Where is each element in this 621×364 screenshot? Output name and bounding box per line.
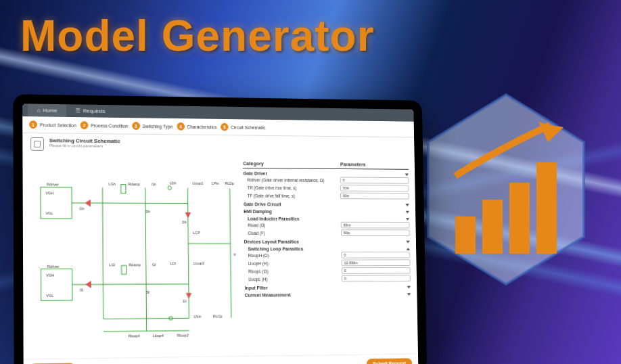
svg-text:LNin: LNin	[194, 315, 202, 319]
group-devices-layout[interactable]: Devices Layout Parasitics	[244, 240, 410, 244]
step-circuit-schematic[interactable]: 5Circuit Schematic	[221, 123, 265, 131]
params-header: CategoryParameters	[243, 160, 409, 169]
param-row: RloopL (Ω)0	[244, 267, 411, 275]
svg-text:Dh: Dh	[182, 221, 187, 225]
param-row: Rload (Ω)83m	[244, 221, 409, 229]
svg-marker-27	[86, 281, 91, 288]
chevron-down-icon	[406, 218, 410, 221]
group-input-filter[interactable]: Input Filter	[244, 285, 411, 290]
svg-rect-4	[536, 162, 557, 254]
svg-text:Rdamp: Rdamp	[129, 263, 141, 267]
svg-text:RLDp: RLDp	[225, 181, 234, 185]
chip-icon	[30, 137, 44, 151]
svg-text:Gh: Gh	[79, 206, 84, 210]
svg-rect-1	[455, 217, 476, 254]
svg-text:Sl: Sl	[146, 290, 150, 294]
group-current-measurement[interactable]: Current Measurement	[245, 292, 411, 297]
svg-text:LDl: LDl	[170, 261, 176, 265]
chevron-down-icon	[405, 173, 409, 176]
svg-rect-13	[121, 185, 126, 194]
group-emi-damping[interactable]: EMI Damping	[244, 209, 409, 214]
svg-point-21	[168, 186, 171, 190]
param-input[interactable]: 50n	[340, 185, 409, 191]
growth-chart-icon	[418, 88, 594, 291]
svg-rect-2	[482, 200, 503, 254]
monitor-frame: ⌂Home ☰Requests 1Product Selection 2Proc…	[13, 94, 427, 364]
svg-rect-3	[509, 183, 530, 254]
svg-line-9	[102, 187, 103, 319]
param-input[interactable]: 0	[340, 177, 409, 184]
step-process-condition[interactable]: 2Process Condition	[80, 121, 129, 130]
param-row: TF (Gate drive fall time, s)50n	[244, 191, 409, 200]
param-row: LloopL (H)0	[244, 274, 411, 283]
param-input[interactable]: 0	[342, 267, 411, 274]
chevron-down-icon	[406, 240, 410, 243]
svg-text:LDh: LDh	[170, 181, 177, 185]
svg-text:RLCp: RLCp	[213, 315, 223, 319]
svg-text:LCP: LCP	[193, 231, 200, 235]
chevron-down-icon	[405, 204, 409, 206]
svg-text:Sh: Sh	[145, 209, 150, 213]
tab-requests[interactable]: ☰Requests	[66, 104, 114, 118]
svg-text:Rloop4: Rloop4	[128, 334, 139, 338]
svg-rect-14	[122, 265, 127, 274]
param-row: Cload (F)50p	[244, 229, 409, 237]
param-input[interactable]: 0	[342, 252, 411, 258]
svg-text:LGl: LGl	[109, 263, 115, 267]
list-icon: ☰	[76, 108, 80, 114]
param-input[interactable]: 50n	[340, 193, 409, 200]
svg-text:Gl: Gl	[152, 263, 156, 267]
svg-marker-28	[185, 212, 190, 217]
param-input[interactable]: 50p	[341, 229, 410, 236]
step-product-selection[interactable]: 1Product Selection	[29, 120, 76, 129]
param-row: RloopH (Ω)0	[244, 251, 410, 259]
svg-marker-26	[85, 200, 90, 206]
svg-text:VGL: VGL	[46, 212, 53, 216]
svg-text:LPin: LPin	[212, 181, 219, 185]
submit-request-button[interactable]: Submit Request	[367, 358, 413, 364]
svg-text:Dl: Dl	[183, 299, 186, 303]
svg-line-15	[145, 188, 147, 319]
svg-text:Gl: Gl	[80, 288, 84, 292]
group-gate-drive-circuit[interactable]: Gate Drive Circuit	[244, 202, 409, 207]
schematic-canvas[interactable]: RdriverVGHVGL LGhRdampGh LDhLloop1 LPinR…	[22, 155, 243, 359]
svg-text:LGh: LGh	[109, 182, 116, 186]
home-icon: ⌂	[37, 108, 41, 114]
svg-marker-0	[428, 95, 584, 284]
app-screen: ⌂Home ☰Requests 1Product Selection 2Proc…	[22, 104, 418, 364]
svg-marker-29	[186, 293, 191, 298]
svg-line-20	[230, 188, 231, 317]
svg-text:Rloop2: Rloop2	[177, 334, 189, 338]
svg-text:Rdriver: Rdriver	[47, 265, 60, 269]
chevron-down-icon	[407, 286, 411, 288]
svg-text:Lloop4: Lloop4	[153, 334, 164, 338]
param-input[interactable]: 83m	[341, 222, 410, 229]
svg-text:VGL: VGL	[46, 293, 53, 297]
tab-home[interactable]: ⌂Home	[28, 104, 66, 117]
section-subtitle: Please fill in circuit parameters	[49, 143, 120, 148]
svg-text:Rdriver: Rdriver	[47, 183, 59, 187]
svg-text:Gh: Gh	[152, 182, 156, 186]
chevron-down-icon	[407, 248, 411, 250]
svg-text:Rdamp: Rdamp	[128, 182, 139, 186]
hero-title: Model Generator	[20, 11, 375, 61]
step-characteristics[interactable]: 4Characteristics	[177, 122, 216, 131]
chevron-down-icon	[407, 293, 411, 296]
svg-text:Lloop3: Lloop3	[193, 261, 204, 265]
parameters-panel: CategoryParameters Gate Driver Rdriver (…	[240, 156, 418, 356]
svg-text:Lloop1: Lloop1	[193, 181, 204, 185]
step-switching-type[interactable]: 3Switching Type	[132, 122, 173, 130]
svg-text:VGH: VGH	[46, 273, 54, 277]
param-input[interactable]: 0	[342, 275, 411, 281]
param-row: LloopH (H)12.836n	[244, 258, 411, 267]
param-input[interactable]: 12.836n	[342, 259, 411, 266]
chevron-down-icon	[406, 210, 410, 213]
section-header: Switching Circuit Schematic Please fill …	[22, 133, 414, 158]
svg-text:Vload: Vload	[233, 252, 237, 256]
svg-text:VGH: VGH	[45, 191, 53, 196]
